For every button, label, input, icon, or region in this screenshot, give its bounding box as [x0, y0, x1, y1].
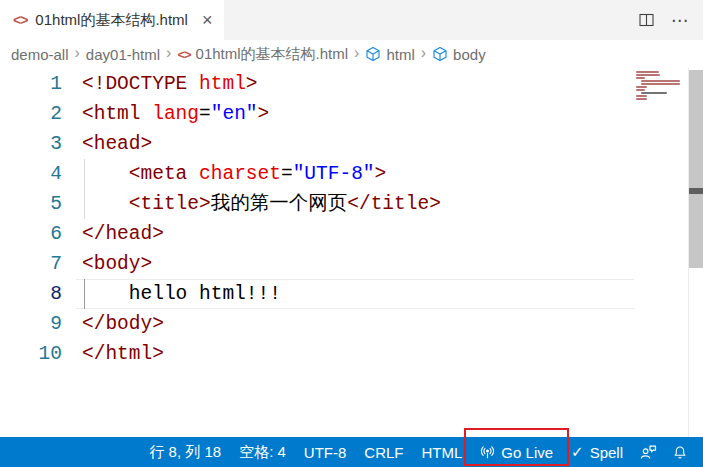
line-number[interactable]: 3	[0, 129, 62, 159]
breadcrumb-item-01html的基本结构.html[interactable]: <>01html的基本结构.html	[175, 45, 350, 64]
code-text: </head>	[62, 219, 164, 249]
vertical-scrollbar	[688, 68, 703, 437]
code-text: <meta charset="UTF-8">	[62, 159, 386, 189]
status-indentation[interactable]: 空格: 4	[230, 437, 295, 467]
minimap[interactable]	[632, 70, 687, 101]
more-actions-icon[interactable]: ⋯	[671, 10, 689, 31]
code-text: </body>	[62, 309, 164, 339]
code-line[interactable]: 6</head>	[0, 219, 703, 249]
chevron-right-icon: ›	[350, 44, 363, 64]
code-line[interactable]: 5 <title>我的第一个网页</title>	[0, 189, 703, 219]
html-file-icon: <>	[13, 12, 27, 28]
code-text: </html>	[62, 339, 164, 369]
line-number[interactable]: 6	[0, 219, 62, 249]
code-text: <!DOCTYPE html>	[62, 69, 258, 99]
feedback-person-icon	[640, 445, 657, 460]
status-eol[interactable]: CRLF	[355, 437, 412, 467]
breadcrumb-item-day01-html[interactable]: day01-html	[84, 46, 162, 63]
minimap-line	[636, 98, 647, 100]
minimap-line	[636, 89, 645, 91]
code-lines: 1<!DOCTYPE html>2<html lang="en">3<head>…	[0, 69, 703, 369]
spell-checker-button[interactable]: ✓ Spell	[562, 437, 632, 467]
tab-close-icon[interactable]: ×	[202, 11, 213, 29]
line-number[interactable]: 10	[0, 339, 62, 369]
scrollbar-slider[interactable]	[689, 70, 703, 268]
go-live-label: Go Live	[501, 444, 553, 461]
code-line[interactable]: 9</body>	[0, 309, 703, 339]
minimap-line	[636, 95, 647, 97]
spell-label: Spell	[590, 444, 623, 461]
code-line[interactable]: 7<body>	[0, 249, 703, 279]
chevron-right-icon: ›	[71, 44, 84, 64]
tab-title: 01html的基本结构.html	[35, 11, 188, 30]
breadcrumb-label: day01-html	[86, 46, 160, 63]
feedback-button[interactable]	[632, 437, 665, 467]
code-line[interactable]: 4 <meta charset="UTF-8">	[0, 159, 703, 189]
code-text: <body>	[62, 249, 152, 279]
overview-ruler-cursor-marker	[689, 188, 703, 194]
breadcrumb-item-demo-all[interactable]: demo-all	[9, 46, 71, 63]
editor-actions: ⋯	[638, 0, 689, 40]
status-encoding[interactable]: UTF-8	[295, 437, 356, 467]
line-number[interactable]: 2	[0, 99, 62, 129]
symbol-cube-icon	[365, 46, 381, 62]
checkmark-icon: ✓	[571, 443, 584, 461]
bell-icon	[673, 445, 687, 460]
minimap-line	[641, 92, 667, 94]
line-number[interactable]: 9	[0, 309, 62, 339]
line-number[interactable]: 5	[0, 189, 62, 219]
breadcrumb: demo-all›day01-html›<>01html的基本结构.html›h…	[0, 40, 703, 68]
minimap-line	[636, 77, 645, 79]
notifications-bell-button[interactable]	[665, 437, 695, 467]
breadcrumb-label: html	[386, 46, 414, 63]
go-live-button[interactable]: Go Live	[471, 437, 562, 467]
breadcrumb-item-html[interactable]: html	[363, 46, 416, 63]
status-cursor-position[interactable]: 行 8, 列 18	[140, 437, 230, 467]
minimap-line	[636, 86, 647, 88]
line-number[interactable]: 4	[0, 159, 62, 189]
split-editor-icon[interactable]	[638, 12, 655, 28]
tab-bar: <> 01html的基本结构.html × ⋯	[0, 0, 703, 40]
code-text: <title>我的第一个网页</title>	[62, 189, 441, 219]
chevron-right-icon: ›	[417, 44, 430, 64]
breadcrumb-label: body	[453, 46, 486, 63]
code-line[interactable]: 3<head>	[0, 129, 703, 159]
breadcrumb-item-body[interactable]: body	[430, 46, 488, 63]
code-text: <html lang="en">	[62, 99, 269, 129]
line-number[interactable]: 7	[0, 249, 62, 279]
vscode-window: { "colors": { "tag": "#800000", "attr": …	[0, 0, 703, 467]
line-number[interactable]: 8	[0, 279, 62, 309]
code-text: <head>	[62, 129, 152, 159]
breadcrumb-label: 01html的基本结构.html	[196, 45, 349, 64]
code-line[interactable]: 10</html>	[0, 339, 703, 369]
breadcrumb-label: demo-all	[11, 46, 69, 63]
minimap-line	[636, 71, 659, 73]
code-text: hello html!!!	[62, 279, 281, 309]
broadcast-icon	[480, 445, 495, 460]
code-editor: 1<!DOCTYPE html>2<html lang="en">3<head>…	[0, 68, 703, 437]
code-line[interactable]: 8 hello html!!!	[0, 279, 703, 309]
minimap-line	[641, 83, 680, 85]
minimap-line	[641, 80, 680, 82]
symbol-cube-icon	[432, 46, 448, 62]
status-language-mode[interactable]: HTML	[413, 437, 472, 467]
line-number[interactable]: 1	[0, 69, 62, 99]
tab-active-file[interactable]: <> 01html的基本结构.html ×	[0, 0, 224, 40]
code-line[interactable]: 2<html lang="en">	[0, 99, 703, 129]
html-file-icon: <>	[177, 47, 190, 62]
chevron-right-icon: ›	[162, 44, 175, 64]
minimap-line	[636, 74, 660, 76]
status-bar: 行 8, 列 18 空格: 4 UTF-8 CRLF HTML Go Live …	[0, 437, 703, 467]
code-line[interactable]: 1<!DOCTYPE html>	[0, 69, 703, 99]
